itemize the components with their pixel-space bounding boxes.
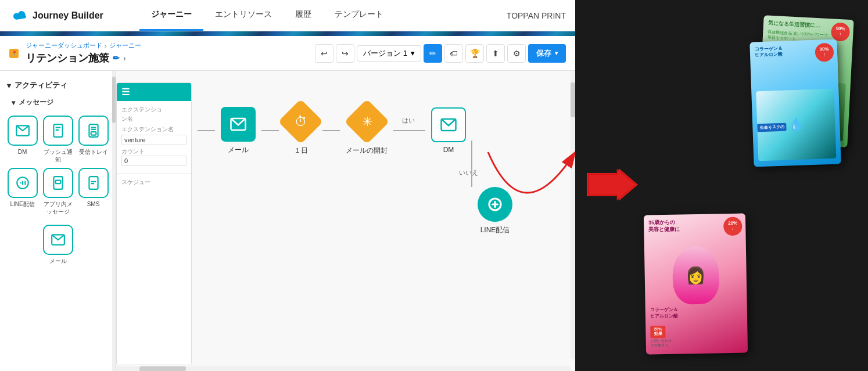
tab-entry[interactable]: エントリソース <box>203 0 284 31</box>
activities-label: アクティビティ <box>15 80 67 91</box>
connector-0 <box>198 130 215 131</box>
left-panel-partial: ☰ エクステンショ ン名 エクステンション名 venture カウント 0 スケ… <box>116 82 192 365</box>
breadcrumb-sub[interactable]: ジャーニー <box>109 41 141 50</box>
breadcrumb-icon: 📍 <box>9 49 19 58</box>
breadcrumb-parent[interactable]: ジャーニーダッシュボード <box>26 41 102 50</box>
settings-button[interactable]: ⚙ <box>507 44 526 63</box>
sms-label: SMS <box>87 200 100 208</box>
canvas-area: ☰ エクステンショ ン名 エクステンション名 venture カウント 0 スケ… <box>116 71 575 371</box>
version-select[interactable]: バージョン 1 ▾ <box>357 45 421 62</box>
svg-rect-7 <box>55 181 60 183</box>
breadcrumb-title: リテンション施策 ✏ › <box>26 51 142 65</box>
sms-icon <box>78 168 109 198</box>
mail-open-icon: ✳ <box>344 99 389 145</box>
count-value[interactable]: 0 <box>121 156 186 166</box>
undo-button[interactable]: ↩ <box>315 44 333 63</box>
dm-icon <box>8 116 38 146</box>
salesforce-icon <box>9 6 28 25</box>
page-title: リテンション施策 <box>26 51 109 65</box>
product-cards-area: 気になる生活習慣に… 保健機能食品 高い100%パワーで毎日をサポート 90%↑… <box>645 12 856 359</box>
wait-node-label: １日 <box>294 146 308 156</box>
svg-rect-4 <box>91 132 96 135</box>
canvas-scroll-thumb-v <box>571 82 575 117</box>
panel-schedule-section: スケジュー <box>117 174 191 191</box>
product-card-blue: コラーゲン＆ヒアルロン酸 90%↑ 💧 生命りスクの <box>749 39 841 167</box>
card-pink-badge: 20%↓ <box>723 217 743 236</box>
sidebar-item-inapp[interactable]: アプリ内メッセージ <box>42 168 73 215</box>
company-name: TOPPAN PRINT <box>507 11 575 20</box>
sidebar-item-email[interactable]: メール <box>7 225 109 265</box>
line-label: LINE配信 <box>10 200 34 208</box>
no-branch-label: いいえ <box>459 168 478 177</box>
card-pink-fine: お問い合わせ注文番号 S <box>651 338 743 348</box>
canvas-scrollbar-vertical[interactable] <box>571 71 575 359</box>
inbox-label: 受信トレイ <box>79 148 108 156</box>
save-label: 保存 <box>536 48 551 59</box>
inbox-icon <box>78 116 109 146</box>
messages-section-header[interactable]: ▾ メッセージ <box>0 94 116 111</box>
inapp-icon <box>43 168 73 198</box>
sidebar-item-push[interactable]: プッシュ通知 <box>42 116 73 163</box>
card-pink-footer: 20%効果 お問い合わせ注文番号 S <box>650 325 743 348</box>
app-title: Journey Builder <box>33 10 103 21</box>
sidebar-item-inbox[interactable]: 受信トレイ <box>78 116 109 163</box>
toolbar-area: 📍 ジャーニーダッシュボード › ジャーニー リテンション施策 ✏ › ↩ ↪ … <box>0 36 575 71</box>
sidebar-scroll-thumb <box>112 77 116 123</box>
marker-button[interactable]: 🏷 <box>444 44 463 63</box>
connector-3 <box>393 130 425 131</box>
save-chevron-icon: ▾ <box>555 50 558 56</box>
save-button[interactable]: 保存 ▾ <box>528 44 566 63</box>
dm-label: DM <box>18 148 27 156</box>
tab-history[interactable]: 履歴 <box>284 0 323 31</box>
count-label: カウント <box>121 147 186 156</box>
sidebar-item-dm[interactable]: DM <box>7 116 38 163</box>
breadcrumb-top: ジャーニーダッシュボード › ジャーニー <box>26 41 142 50</box>
version-chevron-icon: ▾ <box>411 49 415 57</box>
sidebar: ▾ アクティビティ ▾ メッセージ DM <box>0 71 116 371</box>
redo-button[interactable]: ↪ <box>336 44 354 63</box>
activities-section-header[interactable]: ▾ アクティビティ <box>0 77 116 94</box>
extension-name-label: エクステンション名 <box>121 125 186 134</box>
node-wait[interactable]: ⏱ １日 <box>285 106 317 156</box>
sidebar-item-sms[interactable]: SMS <box>78 168 109 215</box>
pencil-tool-button[interactable]: ✏ <box>424 44 442 63</box>
push-label: プッシュ通知 <box>42 148 73 163</box>
edit-title-icon[interactable]: ✏ <box>113 53 120 63</box>
sidebar-item-line[interactable]: LINE配信 <box>7 168 38 215</box>
panel-header: ☰ <box>117 83 191 101</box>
node-mail[interactable]: メール <box>221 107 256 155</box>
right-images-panel: 気になる生活習慣に… 保健機能食品 高い100%パワーで毎日をサポート 90%↑… <box>575 0 868 371</box>
email-label: メール <box>49 257 67 265</box>
push-icon <box>43 116 73 146</box>
node-dm[interactable]: DM <box>431 107 466 154</box>
card-blue-badge: 90%↑ <box>815 43 834 62</box>
node-line-branch[interactable]: LINE配信 <box>478 187 512 235</box>
flow-row: メール ⏱ １日 ✳ <box>198 106 472 156</box>
sidebar-scrollbar[interactable] <box>112 71 116 371</box>
mail-open-container: ✳ はい <box>351 106 383 138</box>
inapp-label: アプリ内メッセージ <box>42 200 73 215</box>
tab-journey[interactable]: ジャーニー <box>139 0 203 31</box>
line-node-icon <box>478 187 512 222</box>
email-item-bottom: メール <box>0 220 116 269</box>
mail-open-label: メールの開封 <box>346 146 388 156</box>
connector-2 <box>322 130 340 131</box>
trophy-button[interactable]: 🏆 <box>465 44 484 63</box>
yes-branch-label: はい <box>402 116 415 125</box>
canvas-scroll-thumb-h <box>139 366 186 371</box>
node-mail-open[interactable]: ✳ はい メールの開封 <box>346 106 388 156</box>
product-card-pink-inner: 35歳からの美容と健康に 20%↓ 👩 コラーゲン＆ヒアルロン酸 20%効果 お… <box>644 213 748 354</box>
connector-1 <box>261 130 279 131</box>
mail-node-icon <box>221 107 256 142</box>
activity-grid: DM プッシュ通知 <box>0 111 116 220</box>
panel-header-icon: ☰ <box>121 87 130 98</box>
messages-label: メッセージ <box>19 98 53 107</box>
wait-node-icon: ⏱ <box>278 99 324 145</box>
card-blue-label: 生命りスクの <box>757 123 786 132</box>
extension-label: エクステンショ <box>121 106 186 114</box>
tab-template[interactable]: テンプレート <box>323 0 395 31</box>
canvas-scrollbar-horizontal[interactable] <box>116 366 571 371</box>
mail-node-label: メール <box>228 145 249 155</box>
export-button[interactable]: ⬆ <box>486 44 505 63</box>
extension-value[interactable]: venture <box>121 135 186 145</box>
